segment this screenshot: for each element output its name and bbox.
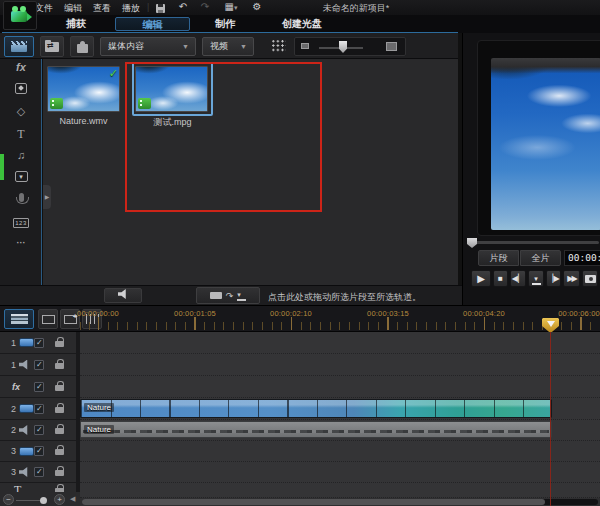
transition-effects-button[interactable] [0,83,42,99]
timeline-horizontal-scrollbar[interactable] [82,499,598,505]
tab-capture[interactable]: 捕获 [50,17,102,31]
track-enable-checkbox[interactable] [34,360,44,370]
track-lane-audio-1[interactable] [80,354,600,376]
snapshot-button[interactable] [582,270,598,287]
track-list: 1 1 fx 2 [0,332,600,498]
audio-clip-nature[interactable]: Nature [80,421,552,438]
track-enable-checkbox[interactable] [34,404,44,414]
export-tray-button[interactable]: ▾ [0,171,42,187]
track-header-video-1[interactable]: 1 [0,332,76,354]
play-button[interactable]: ▶ [471,270,491,287]
ruler-label: 00:00:00:00 [68,309,128,318]
storyboard-view-button[interactable] [38,309,58,329]
ruler-label: 00:00:06:00 [552,309,600,318]
lock-icon[interactable] [55,385,64,391]
track-header-effect[interactable]: fx [0,376,76,398]
video-track-icon [19,338,34,347]
settings-button[interactable]: ⚙ [250,1,264,14]
track-enable-checkbox[interactable] [34,446,44,456]
lock-icon[interactable] [55,470,64,476]
more-options-button[interactable]: ··· [0,238,42,254]
graphic-button[interactable]: ◇ [0,105,42,121]
next-frame-button[interactable]: ▕▶ [546,270,561,287]
save-button[interactable] [154,1,168,14]
clip-mode-button[interactable]: 片段 [478,250,519,266]
media-gallery-button[interactable] [4,36,34,57]
transition-button[interactable] [70,36,94,57]
track-header-audio-1[interactable]: 1 [0,354,76,376]
track-lane-audio-2[interactable]: Nature [80,420,600,441]
tab-create-disc[interactable]: 创建光盘 [268,17,336,31]
scrub-track[interactable] [471,241,599,244]
lock-icon[interactable] [55,363,64,369]
clip-actions-button[interactable]: ↷ ▾ [196,287,260,304]
counter-button[interactable]: 123 [0,217,42,233]
puzzle-icon [77,44,88,53]
voiceover-button[interactable] [0,193,42,209]
lock-icon[interactable] [55,428,64,434]
scrub-handle[interactable] [467,238,477,248]
zoom-slider-thumb[interactable] [40,497,47,504]
video-clip-nature[interactable]: Nature [80,399,552,418]
scroll-left-arrow[interactable]: ◀ [70,495,75,503]
filter-fx-button[interactable]: fx [0,61,42,77]
small-thumbnail-icon[interactable] [301,43,309,49]
import-media-button[interactable] [40,36,64,57]
slider-thumb[interactable] [339,41,347,53]
timeline-view-button[interactable] [4,309,34,329]
layout-switch-button[interactable]: ▦▾ [220,1,242,14]
menu-play[interactable]: 播放 [122,2,140,14]
drop-hint-bar: ↷ ▾ 点击此处或拖动所选片段至所选轨道。 [0,285,462,305]
track-enable-checkbox[interactable] [34,382,44,392]
panel-collapse-handle[interactable]: ▶ [43,185,51,209]
audio-track-icon [19,467,30,477]
track-lane-video-3[interactable] [80,441,600,462]
fast-forward-button[interactable]: ▶▶ [563,270,580,287]
undo-button[interactable]: ↶ [176,1,190,14]
track-header-audio-2[interactable]: 2 [0,420,76,441]
menu-edit[interactable]: 编辑 [64,2,82,14]
track-lane-effect[interactable] [80,376,600,398]
track-enable-checkbox[interactable] [34,467,44,477]
menu-file[interactable]: 文件 [35,2,53,14]
title-button[interactable]: T [0,127,42,143]
track-header-audio-3[interactable]: 3 [0,462,76,483]
redo-button[interactable]: ↷ [198,1,212,14]
menu-view[interactable]: 查看 [93,2,111,14]
media-type-dropdown[interactable]: 视频▼ [202,37,254,56]
track-lane-video-2[interactable]: Nature [80,398,600,420]
track-lane-audio-3[interactable] [80,462,600,483]
category-dropdown[interactable]: 媒体内容▼ [100,37,196,56]
track-enable-checkbox[interactable] [34,425,44,435]
grid-view-icon[interactable] [272,40,286,53]
previous-frame-button[interactable]: ◀▏ [510,270,526,287]
zoom-out-button[interactable]: − [3,494,14,505]
track-lane-title[interactable] [80,483,600,498]
sound-mixer-button[interactable] [104,288,142,303]
tab-edit[interactable]: 编辑 [115,17,190,31]
stop-button[interactable]: ■ [493,270,508,287]
timecode-display[interactable]: 00:00:00:00 [564,250,600,266]
timeline-ruler[interactable]: 00:00:00:00 00:00:01:05 00:00:02:10 00:0… [0,306,600,332]
large-thumbnail-icon[interactable] [386,42,397,51]
track-row-video-1: 1 [0,332,600,354]
go-to-start-button[interactable]: ▾ [528,270,544,287]
track-header-video-3[interactable]: 3 [0,441,76,462]
movie-mode-button[interactable]: 全片 [520,250,561,266]
lock-icon[interactable] [55,449,64,455]
timeline-zoom-controls: − + ◀ [0,492,80,506]
track-lane-video-1[interactable] [80,332,600,354]
video-file-badge-icon [50,98,63,109]
zoom-slider-track[interactable] [16,500,42,501]
music-button[interactable]: ♫ [0,149,42,165]
lock-icon[interactable] [55,407,64,413]
zoom-in-button[interactable]: + [54,494,65,505]
track-header-video-2[interactable]: 2 [0,398,76,420]
track-enable-checkbox[interactable] [34,338,44,348]
tab-produce[interactable]: 制作 [199,17,251,31]
scrollbar-thumb[interactable] [82,499,545,505]
media-thumbnail-nature[interactable]: ✓ [47,66,120,112]
track-row-video-3: 3 [0,441,600,462]
speaker-icon [118,289,129,299]
lock-icon[interactable] [55,341,64,347]
